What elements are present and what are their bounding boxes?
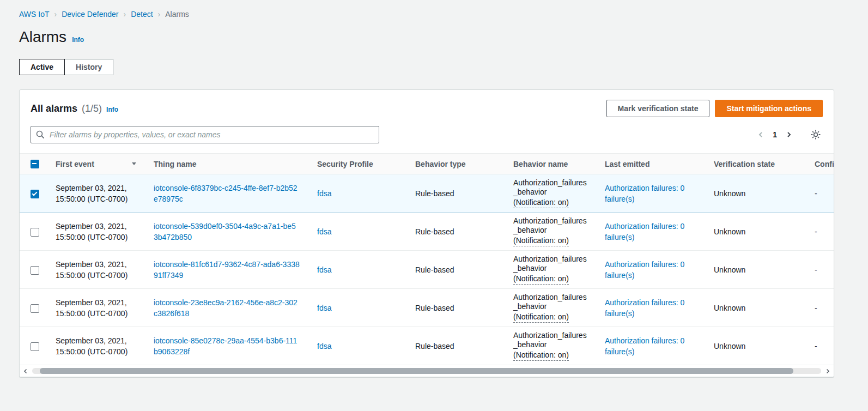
breadcrumb-separator: › [54,10,57,19]
notification-tooltip-trigger[interactable]: (Notification: on) [513,274,569,285]
preferences-gear-icon[interactable] [809,128,823,142]
thing-name-link[interactable]: iotconsole-81fc61d7-9362-4c87-ada6-33389… [154,260,300,280]
column-header-verification-state: Verification state [705,154,806,174]
pagination-page-1[interactable]: 1 [767,128,782,141]
security-profile-link[interactable]: fdsa [317,342,331,350]
alarm-view-tabs: Active History [19,59,834,75]
column-header-label: First event [56,160,94,168]
last-emitted-link[interactable]: Authorization failures: 0 failure(s) [605,221,691,243]
behavior-name-cell: Authorization_failures_behavior (Notific… [505,289,596,327]
scroll-left-arrow-icon[interactable] [22,368,29,374]
table-row[interactable]: September 03, 2021, 15:50:00 (UTC-0700) … [20,327,834,365]
confidence-cell: - [806,251,834,289]
notification-tooltip-trigger[interactable]: (Notification: on) [513,312,569,323]
behavior-type-cell: Rule-based [406,251,505,289]
column-header-security-profile: Security Profile [308,154,406,174]
last-emitted-link[interactable]: Authorization failures: 0 failure(s) [605,259,691,281]
panel-info-link[interactable]: Info [106,106,118,113]
security-profile-link[interactable]: fdsa [317,265,331,274]
first-event-cell: September 03, 2021, 15:50:00 (UTC-0700) [47,251,145,289]
row-checkbox[interactable] [31,266,39,275]
row-checkbox[interactable] [31,304,39,313]
behavior-name-cell: Authorization_failures_behavior (Notific… [505,327,596,365]
first-event-cell: September 03, 2021, 15:50:00 (UTC-0700) [47,213,145,251]
scroll-right-arrow-icon[interactable] [824,368,831,374]
table-row[interactable]: September 03, 2021, 15:50:00 (UTC-0700) … [20,174,834,213]
filter-alarms-input[interactable] [31,126,379,143]
verification-state-cell: Unknown [705,251,806,289]
behavior-name-text: Authorization_failures_behavior [513,255,587,273]
filter-row: 1 [20,125,834,153]
alarms-table-viewport: First event Thing name Security Profile … [20,153,834,365]
breadcrumb-separator: › [158,10,161,19]
verification-state-cell: Unknown [705,213,806,251]
first-event-cell: September 03, 2021, 15:50:00 (UTC-0700) [47,289,145,327]
panel-title: All alarms [31,103,77,114]
breadcrumb-link-aws-iot[interactable]: AWS IoT [19,10,50,19]
alarms-table: First event Thing name Security Profile … [20,153,834,365]
tab-history[interactable]: History [64,59,113,75]
tab-active[interactable]: Active [19,59,65,75]
security-profile-link[interactable]: fdsa [317,189,331,198]
breadcrumb-link-device-defender[interactable]: Device Defender [62,10,118,19]
first-event-cell: September 03, 2021, 15:50:00 (UTC-0700) [47,174,145,213]
breadcrumb-link-detect[interactable]: Detect [131,10,153,19]
start-mitigation-actions-button[interactable]: Start mitigation actions [715,100,823,117]
column-header-last-emitted: Last emitted [596,154,705,174]
confidence-cell: - [806,174,834,213]
pagination-next-button[interactable] [782,128,796,141]
behavior-name-text: Authorization_failures_behavior [513,178,587,197]
confidence-cell: - [806,289,834,327]
behavior-type-cell: Rule-based [406,174,505,213]
breadcrumb-current-page: Alarms [165,10,189,19]
table-header-row: First event Thing name Security Profile … [20,154,834,174]
thing-name-link[interactable]: iotconsole-6f8379bc-c245-4ffe-8ef7-b2b52… [154,184,298,203]
column-header-first-event[interactable]: First event [47,154,145,174]
thing-name-link[interactable]: iotconsole-85e0278e-29aa-4554-b3b6-111b9… [154,336,297,356]
panel-selection-count: (1/5) [82,103,102,114]
thing-name-link[interactable]: iotconsole-539d0ef0-3504-4a9c-a7a1-be53b… [154,222,296,241]
breadcrumb-separator: › [123,10,126,19]
behavior-type-cell: Rule-based [406,289,505,327]
scrollbar-track[interactable] [32,368,821,374]
confidence-cell: - [806,213,834,251]
row-checkbox[interactable] [31,342,39,351]
security-profile-link[interactable]: fdsa [317,227,331,236]
table-row[interactable]: September 03, 2021, 15:50:00 (UTC-0700) … [20,289,834,327]
page: AWS IoT › Device Defender › Detect › Ala… [0,0,868,377]
pagination-previous-button[interactable] [754,128,767,141]
page-title: Alarms [19,28,66,46]
notification-tooltip-trigger[interactable]: (Notification: on) [513,350,569,361]
last-emitted-link[interactable]: Authorization failures: 0 failure(s) [605,183,691,204]
last-emitted-link[interactable]: Authorization failures: 0 failure(s) [605,297,691,319]
notification-tooltip-trigger[interactable]: (Notification: on) [513,236,569,246]
horizontal-scrollbar[interactable] [20,365,834,377]
verification-state-cell: Unknown [705,327,806,365]
table-row[interactable]: September 03, 2021, 15:50:00 (UTC-0700) … [20,251,834,289]
mark-verification-state-button[interactable]: Mark verification state [606,100,710,117]
select-all-checkbox[interactable] [31,160,39,168]
column-header-confidence: Confidence [806,154,834,174]
behavior-type-cell: Rule-based [406,213,505,251]
behavior-name-cell: Authorization_failures_behavior (Notific… [505,251,596,289]
search-icon [36,130,45,139]
thing-name-link[interactable]: iotconsole-23e8ec9a-2162-456e-a8c2-302c3… [154,298,298,318]
row-checkbox[interactable] [31,228,39,237]
table-row[interactable]: September 03, 2021, 15:50:00 (UTC-0700) … [20,213,834,251]
row-checkbox[interactable] [31,190,39,198]
behavior-name-cell: Authorization_failures_behavior (Notific… [505,213,596,251]
behavior-type-cell: Rule-based [406,327,505,365]
last-emitted-link[interactable]: Authorization failures: 0 failure(s) [605,335,691,357]
confidence-cell: - [806,327,834,365]
page-title-row: Alarms Info [19,28,834,46]
column-header-behavior-name: Behavior name [505,154,596,174]
verification-state-cell: Unknown [705,174,806,213]
sort-descending-icon [132,162,136,165]
breadcrumb: AWS IoT › Device Defender › Detect › Ala… [19,0,834,19]
behavior-name-text: Authorization_failures_behavior [513,216,587,235]
scrollbar-thumb[interactable] [40,368,793,374]
notification-tooltip-trigger[interactable]: (Notification: on) [513,198,569,208]
behavior-name-text: Authorization_failures_behavior [513,293,587,311]
page-info-link[interactable]: Info [72,36,84,44]
security-profile-link[interactable]: fdsa [317,304,331,312]
